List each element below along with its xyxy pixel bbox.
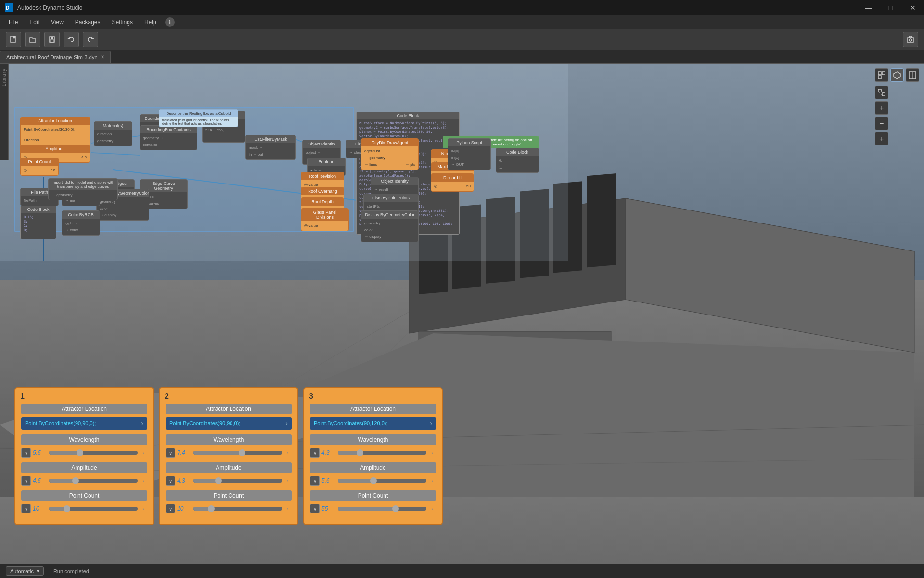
amplitude-track-2[interactable]	[193, 479, 282, 483]
amplitude-thumb-2[interactable]	[215, 477, 222, 484]
attractor-label-3: Attractor Location	[310, 404, 436, 414]
3d-view-btn[interactable]	[890, 68, 904, 82]
point-count-label-3: Point Count	[310, 490, 436, 501]
svg-rect-34	[878, 72, 881, 75]
amplitude-chevron-1[interactable]: ∨	[21, 476, 31, 486]
point-count-track-3[interactable]	[338, 507, 426, 511]
close-button[interactable]: ✕	[902, 0, 924, 15]
amplitude-right-arrow-2[interactable]: ›	[284, 476, 292, 486]
list-filter-mask-node[interactable]: List.FilterByMask mask → in → out	[245, 135, 296, 160]
graph-view-btn[interactable]	[875, 68, 888, 82]
point-count-right-arrow-2[interactable]: ›	[284, 504, 292, 513]
wavelength-thumb-3[interactable]	[357, 449, 363, 456]
wavelength-right-arrow-2[interactable]: ›	[284, 448, 292, 458]
point-count-slider-row-2: ∨ 10 ›	[166, 504, 292, 513]
point-count-track-1[interactable]	[49, 507, 138, 511]
run-status-text: Run completed.	[53, 568, 90, 574]
maximize-button[interactable]: □	[880, 0, 902, 15]
wavelength-value-1: 5.5	[33, 449, 47, 456]
settings-btn[interactable]: +	[875, 132, 888, 145]
wavelength-track-2[interactable]	[193, 451, 282, 455]
wavelength-chevron-1[interactable]: ∨	[21, 448, 31, 458]
glass-panel-divisions-node[interactable]: Glass Panel Divisions ◎ value	[301, 208, 349, 231]
menu-view[interactable]: View	[46, 18, 68, 26]
attractor-arrow-3[interactable]: ›	[430, 420, 432, 427]
zoom-fit-btn[interactable]	[875, 86, 888, 99]
close-tab-button[interactable]: ✕	[101, 54, 104, 60]
new-button[interactable]	[6, 32, 21, 47]
run-mode-dropdown[interactable]: Automatic ▾	[6, 566, 44, 576]
point-count-track-2[interactable]	[193, 507, 282, 511]
point-count-thumb-1[interactable]	[64, 505, 70, 512]
wavelength-thumb-1[interactable]	[77, 449, 83, 456]
amplitude-right-arrow-1[interactable]: ›	[140, 476, 147, 486]
point-count-chevron-2[interactable]: ∨	[166, 504, 175, 513]
split-view-btn[interactable]	[906, 68, 919, 82]
amplitude-label-2: Amplitude	[166, 462, 292, 473]
point-count-label-2: Point Count	[166, 490, 292, 501]
amplitude-thumb-1[interactable]	[72, 477, 79, 484]
material-node[interactable]: Material(s) direction geometry	[94, 121, 132, 146]
wavelength-track-3[interactable]	[338, 451, 426, 455]
zoom-in-btn[interactable]: +	[875, 101, 888, 115]
attractor-input-3[interactable]: Point.ByCoordinates(90,120,0); ›	[310, 417, 436, 430]
wavelength-value-2: 7.4	[177, 449, 192, 456]
wavelength-chevron-3[interactable]: ∨	[310, 448, 320, 458]
color-by-rgb-node[interactable]: Color.ByRGB r,g,b → → color	[62, 210, 100, 236]
open-button[interactable]	[25, 32, 40, 47]
amplitude-slider-row-2: ∨ 4.3 ›	[166, 476, 292, 486]
attractor-arrow-1[interactable]: ›	[141, 420, 143, 427]
help-icon-circle[interactable]: ℹ	[165, 17, 175, 27]
library-panel[interactable]: Library	[0, 64, 9, 160]
point-count-chevron-1[interactable]: ∨	[21, 504, 31, 513]
attractor-input-1[interactable]: Point.ByCoordinates(90,90,0); ›	[21, 417, 147, 430]
point-count-thumb-3[interactable]	[392, 505, 399, 512]
menu-packages[interactable]: Packages	[70, 18, 105, 26]
menu-edit[interactable]: Edit	[25, 18, 44, 26]
menu-settings[interactable]: Settings	[107, 18, 138, 26]
wavelength-node-small[interactable]: Point Count ◎10	[20, 158, 59, 176]
point-count-right-arrow-1[interactable]: ›	[140, 504, 147, 513]
wavelength-right-arrow-3[interactable]: ›	[428, 448, 436, 458]
wavelength-label-3: Wavelength	[310, 434, 436, 445]
panel-card-2: 2 Attractor Location Point.ByCoordinates…	[159, 387, 298, 525]
point-count-thumb-2[interactable]	[208, 505, 215, 512]
import-dxf-node[interactable]: Import .dxf to model and display with tr…	[48, 178, 118, 200]
code-block-top-right[interactable]: Code Block 0; 1;	[496, 148, 539, 173]
wavelength-thumb-2[interactable]	[239, 449, 245, 456]
point-count-right-arrow-3[interactable]: ›	[428, 504, 436, 513]
minimize-button[interactable]: —	[858, 0, 880, 15]
point-count-value-2: 10	[177, 505, 192, 512]
wavelength-section-2: Wavelength ∨ 7.4 ›	[166, 434, 292, 458]
active-tab[interactable]: Architectural-Roof-Drainage-Sim-3.dyn ✕	[0, 51, 111, 63]
save-button[interactable]	[44, 32, 60, 47]
display-geo-color-right-node[interactable]: Display.ByGeometryColor geometry color →…	[361, 210, 419, 242]
screenshot-button[interactable]	[903, 32, 918, 47]
point-count-chevron-3[interactable]: ∨	[310, 504, 320, 513]
attractor-input-2[interactable]: Point.ByCoordinates(90,90,0); ›	[166, 417, 292, 430]
menu-file[interactable]: File	[4, 18, 23, 26]
redo-button[interactable]	[83, 32, 98, 47]
node-graph[interactable]: Attractor Location Point.ByCoordinates(3…	[0, 64, 568, 261]
code-block-bottom-left[interactable]: Code Block 0.15; 3; 1; 0;	[20, 206, 56, 239]
amplitude-chevron-3[interactable]: ∨	[310, 476, 320, 486]
bounding-box-contains-node[interactable]: BoundingBox.Contains geometry → contains	[140, 125, 197, 150]
amplitude-right-arrow-3[interactable]: ›	[428, 476, 436, 486]
wavelength-right-arrow-1[interactable]: ›	[140, 448, 147, 458]
amplitude-chevron-2[interactable]: ∨	[166, 476, 175, 486]
wavelength-label-1: Wavelength	[21, 434, 147, 445]
tab-label: Architectural-Roof-Drainage-Sim-3.dyn	[6, 54, 98, 60]
menu-help[interactable]: Help	[140, 18, 161, 26]
wavelength-track-1[interactable]	[49, 451, 138, 455]
amplitude-track-3[interactable]	[338, 479, 426, 483]
city-dm-draw-agent-node[interactable]: CityDM.DrawAgent agentList → geometry → …	[361, 138, 419, 170]
undo-button[interactable]	[64, 32, 79, 47]
amplitude-thumb-3[interactable]	[370, 477, 377, 484]
python-script-node[interactable]: Python Script IN[0] IN[1] → OUT	[448, 138, 491, 170]
object-identity-right-node[interactable]: Object Identity → result	[371, 177, 419, 195]
zoom-out-btn[interactable]: −	[875, 117, 888, 130]
amplitude-track-1[interactable]	[49, 479, 138, 483]
wavelength-chevron-2[interactable]: ∨	[166, 448, 175, 458]
attractor-arrow-2[interactable]: ›	[285, 420, 288, 427]
discard-if-node[interactable]: Discard If ◎50	[431, 173, 474, 192]
